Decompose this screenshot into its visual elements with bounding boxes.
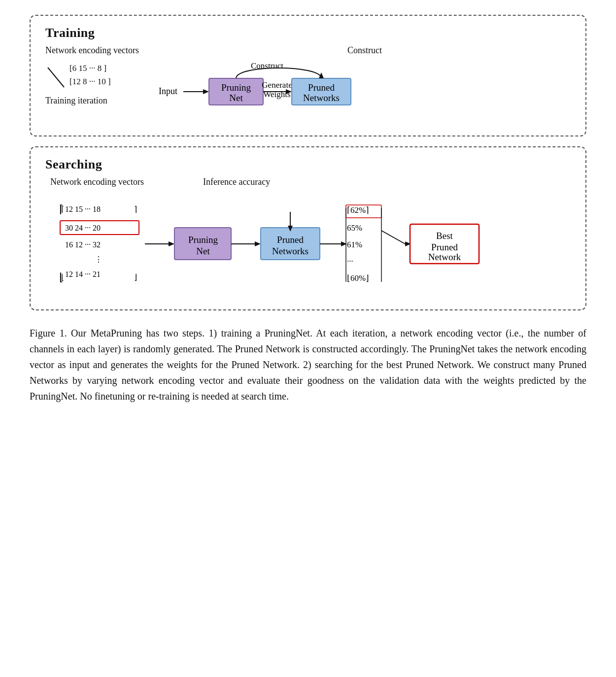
searching-section: Searching Network encoding vectors Infer…: [30, 146, 586, 310]
svg-text:⋮: ⋮: [95, 255, 103, 264]
svg-marker-29: [169, 241, 174, 246]
searching-top-labels: Network encoding vectors Inference accur…: [45, 177, 571, 187]
svg-text:Input: Input: [159, 86, 177, 96]
training-section: Training Network encoding vectors [6 15 …: [30, 15, 586, 136]
svg-text:Networks: Networks: [303, 93, 340, 103]
svg-text:65%: 65%: [347, 223, 362, 233]
svg-text:Pruned: Pruned: [308, 82, 335, 93]
searching-flow-svg: ⌈ ⌊ 12 15 ··· 18 ⌈ ⌉ 30 24 ··· 20 16 12 …: [50, 197, 592, 296]
svg-marker-34: [255, 241, 261, 246]
svg-text:Networks: Networks: [272, 246, 308, 256]
svg-text:Pruned: Pruned: [431, 242, 458, 252]
svg-text:61%: 61%: [347, 240, 362, 249]
svg-marker-3: [203, 89, 209, 94]
training-left-group: Network encoding vectors [6 15 ··· 8 ] […: [45, 45, 154, 106]
svg-text:Pruning: Pruning: [221, 82, 251, 93]
svg-text:Best: Best: [436, 231, 453, 241]
svg-line-0: [48, 68, 64, 87]
construct-label: Construct: [347, 45, 382, 56]
svg-text:Generate: Generate: [262, 80, 292, 90]
svg-text:Net: Net: [196, 246, 210, 256]
svg-text:⌋: ⌋: [134, 273, 137, 281]
svg-text:Network: Network: [428, 252, 461, 262]
vector1: [6 15 ··· 8 ]: [69, 62, 111, 75]
svg-text:16  12 ···  32: 16 12 ··· 32: [65, 240, 101, 249]
svg-text:⌊60%⌋: ⌊60%⌋: [347, 273, 369, 283]
svg-text:⌊: ⌊: [61, 273, 64, 281]
svg-text:···: ···: [347, 257, 353, 266]
svg-text:Net: Net: [229, 93, 243, 103]
diagonal-slash-icon: [45, 64, 68, 91]
inference-accuracy-label: Inference accuracy: [203, 177, 270, 187]
svg-text:⌈62%⌉: ⌈62%⌉: [347, 205, 369, 215]
svg-text:30  24 ···  20: 30 24 ··· 20: [65, 224, 101, 232]
training-flow-svg: Input Pruning Net Generate Weights: [159, 60, 504, 124]
svg-text:12  14 ···  21: 12 14 ··· 21: [65, 270, 101, 278]
vector2: [12 8 ··· 10 ]: [69, 75, 111, 88]
training-encoding-label: Network encoding vectors: [45, 45, 139, 56]
svg-text:⌉: ⌉: [134, 205, 137, 213]
figure-caption: Figure 1. Our MetaPruning has two steps.…: [30, 325, 586, 404]
svg-text:Pruning: Pruning: [188, 235, 218, 245]
svg-line-50: [381, 231, 405, 244]
svg-text:Weights: Weights: [263, 90, 290, 99]
svg-text:Pruned: Pruned: [277, 235, 304, 245]
diagram-container: Training Network encoding vectors [6 15 …: [30, 15, 586, 310]
training-title: Training: [45, 26, 571, 40]
searching-encoding-label: Network encoding vectors: [50, 177, 144, 187]
searching-title: Searching: [45, 157, 571, 172]
svg-text:⌈: ⌈: [61, 205, 64, 213]
training-iteration-label: Training iteration: [45, 96, 107, 106]
svg-text:12  15 ···  18: 12 15 ··· 18: [65, 205, 101, 213]
